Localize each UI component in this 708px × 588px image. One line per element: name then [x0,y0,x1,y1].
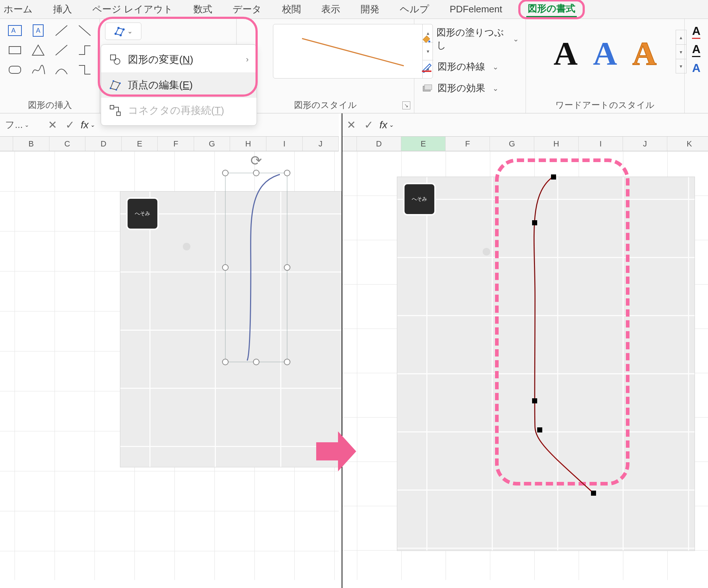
wordart-style-2[interactable]: A [593,34,617,73]
column-header-E[interactable]: E [401,137,446,151]
column-header-E[interactable]: E [122,137,158,151]
shape-rect-icon[interactable] [5,41,25,59]
select-all-corner[interactable] [0,137,13,151]
group-label-wordart: ワードアートのスタイル [526,99,684,111]
rotation-handle-icon[interactable]: ⟳ [250,153,262,169]
column-header-F[interactable]: F [446,137,490,151]
column-header-D[interactable]: D [357,137,401,151]
tab-data[interactable]: データ [231,1,263,18]
insert-function-button[interactable]: fx⌄ [377,119,396,131]
column-header-J[interactable]: J [623,137,667,151]
shape-textbox-v-icon[interactable]: A [28,22,48,39]
edit-shape-button[interactable]: ⌄ [105,23,141,40]
column-header-I[interactable]: I [579,137,623,151]
svg-point-10 [118,27,119,29]
tab-page-layout[interactable]: ページ レイアウト [91,1,174,18]
enter-formula-button[interactable]: ✓ [360,116,377,134]
pane-after: ✕ ✓ fx⌄ DEFGHIJK へそみ [342,113,708,588]
tab-developer[interactable]: 開発 [359,1,381,18]
svg-rect-8 [9,66,21,73]
shape-curve-icon[interactable] [52,61,71,78]
edit-points-icon [109,79,121,91]
shape-outline-button[interactable]: 図形の枠線⌄ [419,56,520,77]
text-effects-button[interactable]: A [690,59,703,77]
menu-reroute-connectors: コネクタの再接続(T) [101,98,257,123]
menu-edit-points[interactable]: 頂点の編集(E) [101,72,257,98]
svg-point-34 [284,359,290,365]
wordart-gallery[interactable]: A A A ▴ ▾ ▾ [531,26,679,81]
tab-shape-format[interactable]: 図形の書式 [526,1,577,17]
svg-rect-19 [110,105,114,109]
column-header-D[interactable]: D [85,137,122,151]
column-header-G[interactable]: G [490,137,534,151]
insert-function-button[interactable]: fx⌄ [79,119,97,131]
svg-rect-25 [425,85,432,90]
menu-change-shape[interactable]: 図形の変更(N) › [101,47,257,72]
shape-line-icon[interactable] [52,22,71,39]
svg-line-5 [79,25,90,36]
shape-line2-icon[interactable] [75,22,94,39]
svg-point-29 [284,170,290,176]
column-header-I[interactable]: I [266,137,303,151]
column-header-J[interactable]: J [303,137,339,151]
shape-styles-gallery[interactable]: ▴ ▾ ▾ [273,24,433,78]
column-header-F[interactable]: F [158,137,194,151]
shape-triangle-icon[interactable] [28,41,48,59]
svg-text:A: A [11,27,16,34]
tab-help[interactable]: ヘルプ [398,1,431,18]
text-outline-button[interactable]: A [690,41,703,59]
shape-scribble-icon[interactable] [28,61,48,78]
tab-insert[interactable]: 挿入 [52,1,73,18]
group-wordart-styles: A A A ▴ ▾ ▾ ワードアートのスタイル [526,19,685,113]
svg-rect-16 [113,80,114,82]
change-shape-icon [109,53,121,66]
enter-formula-button[interactable]: ✓ [61,116,79,134]
shape-elbow-icon[interactable] [75,41,94,59]
name-box[interactable]: フ...⌄ [0,118,44,131]
chevron-down-icon: ⌄ [513,35,519,43]
shape-fill-button[interactable]: 図形の塗りつぶし⌄ [419,22,520,56]
group-text-foe: A A A [685,19,708,113]
column-header-B[interactable]: B [13,137,49,151]
svg-point-14 [114,59,120,64]
tab-home[interactable]: ホーム [2,1,34,18]
svg-rect-6 [9,47,21,54]
shape-styles-dialog-launcher[interactable]: ↘ [402,101,410,109]
edit-shape-menu: 図形の変更(N) › 頂点の編集(E) コネクタの再接続(T) [101,44,257,126]
shape-effects-button[interactable]: 図形の効果⌄ [419,77,520,99]
wordart-style-1[interactable]: A [554,34,578,73]
curve-edit-points[interactable] [513,173,629,515]
column-header-K[interactable]: K [667,137,708,151]
grid-left[interactable]: へそみ ⟳ [0,151,339,580]
svg-rect-35 [551,174,556,180]
svg-point-31 [284,265,290,270]
tab-review[interactable]: 校閲 [281,1,302,18]
shape-diagline-icon[interactable] [52,41,71,59]
shape-textbox-h-icon[interactable]: A [5,22,25,39]
cancel-formula-button[interactable]: ✕ [342,116,360,134]
svg-point-9 [115,33,116,35]
cancel-formula-button[interactable]: ✕ [44,116,61,134]
text-fill-button[interactable]: A [690,23,703,41]
tab-formulas[interactable]: 数式 [192,1,214,18]
selected-curve-shape[interactable]: ⟳ [225,173,287,362]
shape-roundrect-icon[interactable] [5,61,25,78]
shape-elbow2-icon[interactable] [75,61,94,78]
wordart-style-3[interactable]: A [632,34,656,73]
column-headers-left: BCDEFGHIJ [0,137,339,151]
chevron-down-icon: ⌄ [492,84,499,93]
column-header-C[interactable]: C [49,137,86,151]
grid-right[interactable]: へそみ [342,151,708,580]
svg-point-27 [222,170,228,176]
paint-bucket-icon [421,33,431,45]
select-all-corner[interactable] [342,137,357,151]
map-badge-icon: へそみ [403,183,436,216]
column-header-H[interactable]: H [534,137,579,151]
tab-pdfelement[interactable]: PDFelement [448,1,504,17]
column-header-G[interactable]: G [194,137,230,151]
chevron-down-icon: ⌄ [24,121,29,128]
svg-point-22 [428,40,430,42]
tab-view[interactable]: 表示 [320,1,342,18]
column-header-H[interactable]: H [230,137,266,151]
svg-line-21 [302,39,404,66]
